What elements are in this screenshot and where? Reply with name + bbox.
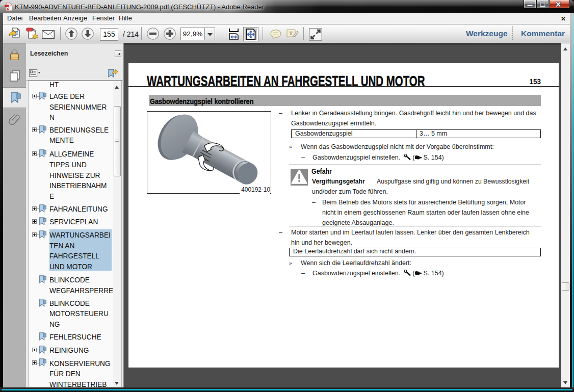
svg-text:T: T <box>289 30 293 36</box>
